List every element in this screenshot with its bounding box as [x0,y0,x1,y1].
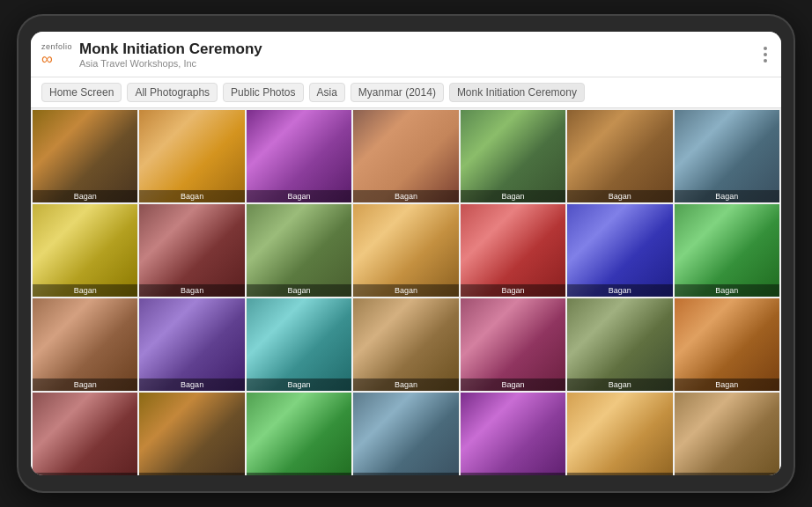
photo-cell[interactable]: Bagan [139,393,244,475]
breadcrumb-item-myanmar[interactable]: Myanmar (2014) [351,83,444,102]
app-header: zenfolio ∞ Monk Initiation Ceremony Asia… [31,32,781,77]
photo-grid: BaganBaganBaganBaganBaganBaganBaganBagan… [31,108,781,475]
photo-background [461,204,565,297]
photo-cell[interactable]: Bagan [675,204,779,297]
photo-background [247,204,351,297]
photo-cell[interactable]: Bagan [461,298,565,391]
photo-background [353,298,458,391]
photo-label: Bagan [675,473,779,475]
photo-cell[interactable]: Bagan [139,298,244,391]
photo-cell[interactable]: Bagan [675,110,779,202]
breadcrumb-item-all[interactable]: All Photographs [127,83,218,102]
photo-label: Bagan [567,284,672,297]
photo-background [139,298,244,391]
photo-label: Bagan [675,378,779,391]
menu-dot-3 [764,59,767,62]
photo-row-0: BaganBaganBaganBaganBaganBaganBagan [33,110,779,202]
photo-cell[interactable]: Bagan [33,393,137,475]
photo-label: Bagan [461,378,565,391]
zenfolio-text: zenfolio [41,42,72,51]
photo-cell[interactable]: Bagan [247,110,351,202]
photo-cell[interactable]: Bagan [247,298,351,391]
photo-label: Bagan [247,190,351,202]
photo-label: Bagan [461,190,565,202]
photo-cell[interactable]: Bagan [675,298,779,391]
photo-cell[interactable]: Bagan [139,110,244,202]
photo-cell[interactable]: Bagan [247,204,351,297]
photo-label: Bagan [353,284,458,297]
photo-background [247,393,351,475]
breadcrumb-item-monk[interactable]: Monk Initiation Ceremony [449,83,585,102]
breadcrumb: Home ScreenAll PhotographsPublic PhotosA… [31,77,781,108]
photo-cell[interactable]: Bagan [567,204,672,297]
photo-label: Bagan [567,190,672,202]
photo-background [33,204,137,297]
photo-cell[interactable]: Bagan [353,110,458,202]
photo-label: Bagan [353,473,458,475]
photo-cell[interactable]: Bagan [353,298,458,391]
photo-label: Bagan [139,378,244,391]
photo-label: Bagan [139,473,244,475]
photo-background [139,393,244,475]
photo-cell[interactable]: Bagan [353,393,458,475]
photo-background [567,204,672,297]
photo-cell[interactable]: Bagan [33,204,137,297]
tablet-screen: zenfolio ∞ Monk Initiation Ceremony Asia… [31,32,781,475]
photo-cell[interactable]: Bagan [33,110,137,202]
photo-background [247,298,351,391]
header-left: zenfolio ∞ Monk Initiation Ceremony Asia… [41,40,262,69]
photo-background [567,110,672,202]
photo-background [675,298,779,391]
photo-cell[interactable]: Bagan [33,298,137,391]
photo-background [567,393,672,475]
photo-label: Bagan [33,473,137,475]
photo-cell[interactable]: Bagan [675,393,779,475]
photo-label: Bagan [139,284,244,297]
photo-background [139,204,244,297]
menu-dot-1 [764,47,767,50]
photo-background [353,204,458,297]
photo-background [33,393,137,475]
photo-row-1: BaganBaganBaganBaganBaganBaganBagan [33,204,779,297]
photo-background [353,110,458,202]
photo-background [461,298,565,391]
photo-label: Bagan [33,378,137,391]
photo-label: Bagan [567,378,672,391]
menu-dot-2 [764,53,767,56]
photo-background [675,393,779,475]
photo-label: Bagan [353,190,458,202]
photo-cell[interactable]: Bagan [567,298,672,391]
photo-background [461,110,565,202]
photo-background [675,204,779,297]
zenfolio-logo: zenfolio ∞ [41,42,72,67]
photo-cell[interactable]: Bagan [461,204,565,297]
breadcrumb-item-public[interactable]: Public Photos [223,83,303,102]
photo-label: Bagan [139,190,244,202]
photo-background [461,393,565,475]
photo-label: Bagan [33,190,137,202]
photo-background [139,110,244,202]
photo-cell[interactable]: Bagan [247,393,351,475]
photo-label: Bagan [247,473,351,475]
photo-cell[interactable]: Bagan [461,110,565,202]
photo-background [567,298,672,391]
photo-cell[interactable]: Bagan [353,204,458,297]
photo-row-2: BaganBaganBaganBaganBaganBaganBagan [33,298,779,391]
breadcrumb-item-asia[interactable]: Asia [309,83,345,102]
photo-cell[interactable]: Bagan [567,393,672,475]
photo-label: Bagan [353,378,458,391]
photo-cell[interactable]: Bagan [139,204,244,297]
photo-cell[interactable]: Bagan [567,110,672,202]
page-title: Monk Initiation Ceremony [79,40,262,58]
photo-label: Bagan [33,284,137,297]
more-options-button[interactable] [760,43,771,66]
photo-label: Bagan [567,473,672,475]
breadcrumb-item-home[interactable]: Home Screen [41,83,122,102]
photo-label: Bagan [461,284,565,297]
tablet-frame: zenfolio ∞ Monk Initiation Ceremony Asia… [18,16,794,491]
page-subtitle: Asia Travel Workshops, Inc [79,58,262,69]
photo-cell[interactable]: Bagan [461,393,565,475]
photo-label: Bagan [675,284,779,297]
photo-background [247,110,351,202]
photo-background [675,110,779,202]
